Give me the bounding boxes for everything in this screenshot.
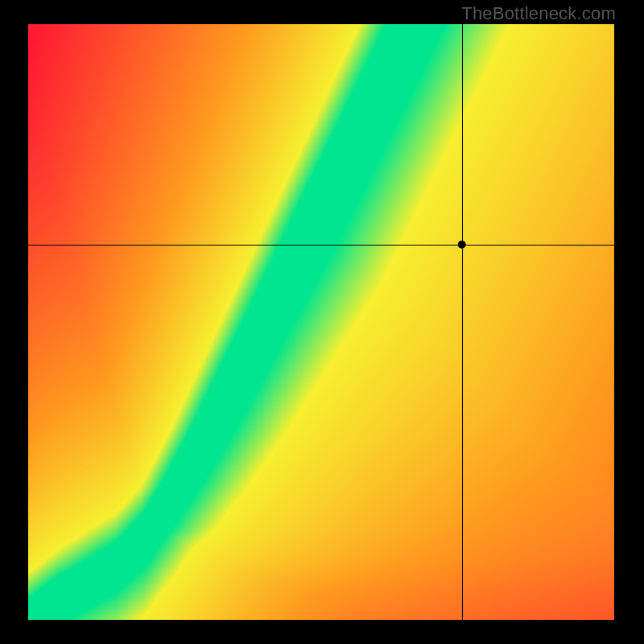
chart-container: TheBottleneck.com: [0, 0, 644, 644]
watermark-text: TheBottleneck.com: [461, 3, 616, 24]
crosshair-overlay: [28, 24, 614, 620]
